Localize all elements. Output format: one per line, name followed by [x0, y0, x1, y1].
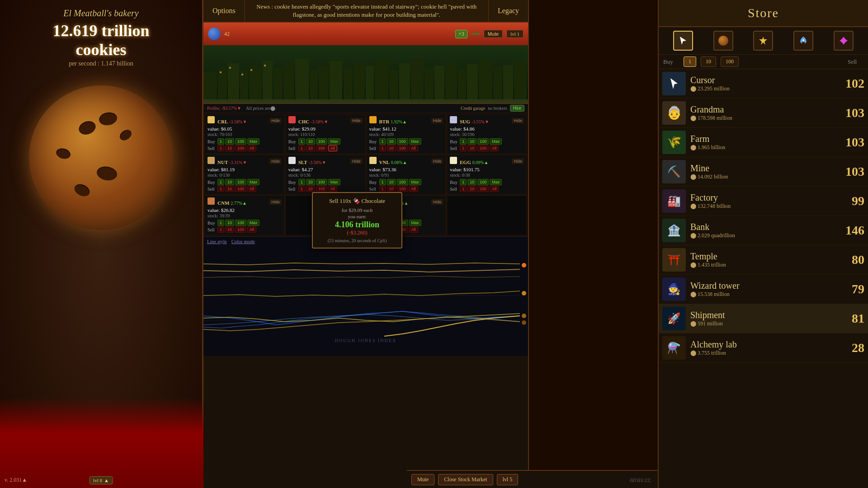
sell-100-chc[interactable]: 100 — [316, 145, 327, 151]
store-list[interactable]: Cursor ⬤ 23.295 million 102 👵 Grandma ⬤ … — [659, 69, 868, 476]
buy-1-crl[interactable]: 1 — [217, 138, 224, 145]
sell-100-slt[interactable]: 100 — [316, 186, 327, 192]
sell-all-egg[interactable]: All — [490, 186, 499, 192]
cookie-clickable[interactable]: .cursor-ring-svg { position:absolute; to… — [20, 76, 183, 239]
stock-hide-vnl[interactable]: Hide — [431, 159, 443, 164]
sell-all-crm[interactable]: All — [409, 226, 418, 233]
sell-100-cnm[interactable]: 100 — [235, 226, 246, 233]
color-mode-button[interactable]: Color mode — [231, 239, 255, 244]
line-style-button[interactable]: Line style — [207, 239, 227, 244]
buy-100-sug[interactable]: 100 — [477, 138, 489, 145]
magic-icon-btn[interactable] — [834, 31, 854, 51]
rocket-icon-btn[interactable] — [793, 31, 813, 51]
store-item-farm[interactable]: 🌾 Farm ⬤ 1.965 billion 103 — [659, 128, 868, 157]
sell-all-crl[interactable]: All — [247, 145, 256, 151]
store-item-grandma[interactable]: 👵 Grandma ⬤ 178.598 million 103 — [659, 99, 868, 128]
buy-100-cnm[interactable]: 100 — [235, 220, 246, 226]
store-item-wizard[interactable]: 🧙 Wizard tower ⬤ 15.538 million 79 — [659, 275, 868, 304]
sell-1-egg[interactable]: 1 — [460, 186, 467, 192]
sell-1-vnl[interactable]: 1 — [379, 186, 386, 192]
level-button-bottom[interactable]: lvl 5 — [497, 474, 519, 485]
stock-hide-chc[interactable]: Hide — [350, 118, 363, 123]
buy-max-crl[interactable]: Max — [247, 138, 259, 145]
buy-max-cnm[interactable]: Max — [247, 220, 259, 226]
buy-1-egg[interactable]: 1 — [460, 179, 467, 185]
store-item-cursor[interactable]: Cursor ⬤ 23.295 million 102 — [659, 69, 868, 99]
sell-1-crl[interactable]: 1 — [217, 145, 224, 151]
hire-button[interactable]: Hire — [510, 105, 524, 112]
buy-1-chc[interactable]: 1 — [298, 138, 305, 145]
star-icon-btn[interactable] — [753, 31, 773, 51]
stock-hide-crl[interactable]: Hide — [269, 118, 282, 123]
cookie-icon-btn[interactable] — [713, 31, 733, 51]
buy-100-btr[interactable]: 100 — [397, 138, 408, 145]
buy-1-slt[interactable]: 1 — [298, 179, 305, 185]
buy-10-vnl[interactable]: 10 — [387, 179, 396, 185]
store-item-shipment[interactable]: 🚀 Shipment ⬤ 591 million 81 — [659, 304, 868, 333]
sell-10-btr[interactable]: 10 — [387, 145, 396, 151]
buy-10-crl[interactable]: 10 — [225, 138, 234, 145]
buy-10-egg[interactable]: 10 — [467, 179, 476, 185]
sell-100-crl[interactable]: 100 — [235, 145, 246, 151]
sell-1-nut[interactable]: 1 — [217, 186, 224, 192]
sell-all-nut[interactable]: All — [247, 186, 256, 192]
buy-10-cnm[interactable]: 10 — [225, 220, 234, 226]
buy-max-slt[interactable]: Max — [328, 179, 340, 185]
legacy-button[interactable]: Legacy — [488, 0, 528, 22]
buy-10-slt[interactable]: 10 — [306, 179, 315, 185]
buy-10-sug[interactable]: 10 — [467, 138, 476, 145]
sell-10-cnm[interactable]: 10 — [225, 226, 234, 233]
sell-10-nut[interactable]: 10 — [225, 186, 234, 192]
sell-1-cnm[interactable]: 1 — [217, 226, 224, 233]
buy-10-chc[interactable]: 10 — [306, 138, 315, 145]
close-market-button[interactable]: Close Stock Market — [438, 474, 493, 485]
buy-10-nut[interactable]: 10 — [225, 179, 234, 185]
buy-max-sug[interactable]: Max — [490, 138, 502, 145]
buy-max-btr[interactable]: Max — [409, 138, 421, 145]
sell-all-cnm[interactable]: All — [247, 226, 256, 233]
sell-10-slt[interactable]: 10 — [306, 186, 315, 192]
sell-100-egg[interactable]: 100 — [477, 186, 489, 192]
sell-10-crl[interactable]: 10 — [225, 145, 234, 151]
sell-100-btr[interactable]: 100 — [397, 145, 408, 151]
sell-all-slt[interactable]: All — [328, 186, 337, 192]
sell-all-chc[interactable]: All — [328, 145, 337, 151]
buy-10-btn[interactable]: 10 — [701, 56, 716, 67]
sell-all-vnl[interactable]: All — [409, 186, 418, 192]
stock-hide-btr[interactable]: Hide — [431, 118, 443, 123]
buy-100-slt[interactable]: 100 — [316, 179, 327, 185]
sell-100-nut[interactable]: 100 — [235, 186, 246, 192]
buy-max-egg[interactable]: Max — [490, 179, 502, 185]
sell-all-sug[interactable]: All — [490, 145, 499, 151]
store-item-mine[interactable]: ⛏️ Mine ⬤ 14.092 billion 103 — [659, 157, 868, 187]
store-item-factory[interactable]: 🏭 Factory ⬤ 132.748 billion 99 — [659, 187, 868, 216]
stock-hide-cnm[interactable]: Hide — [269, 199, 282, 205]
buy-max-chc[interactable]: Max — [328, 138, 340, 145]
buy-100-chc[interactable]: 100 — [316, 138, 327, 145]
buy-1-nut[interactable]: 1 — [217, 179, 224, 185]
store-item-bank[interactable]: 🏦 Bank ⬤ 2.029 quadrillion 146 — [659, 216, 868, 245]
buy-100-btn[interactable]: 100 — [721, 56, 739, 67]
stock-hide-nut[interactable]: Hide — [269, 159, 282, 164]
stock-hide-slt[interactable]: Hide — [350, 159, 363, 164]
sell-10-chc[interactable]: 10 — [306, 145, 315, 151]
buy-1-btn[interactable]: 1 — [684, 56, 696, 67]
buy-100-nut[interactable]: 100 — [235, 179, 246, 185]
mute-button-top[interactable]: Mute — [484, 30, 503, 38]
store-item-alchemy[interactable]: ⚗️ Alchemy lab ⬤ 3.755 trillion 28 — [659, 333, 868, 363]
stock-hide-crm[interactable]: Hide — [431, 199, 443, 205]
buy-1-vnl[interactable]: 1 — [379, 179, 386, 185]
buy-max-vnl[interactable]: Max — [409, 179, 421, 185]
buy-100-crl[interactable]: 100 — [235, 138, 246, 145]
sell-10-egg[interactable]: 10 — [467, 186, 476, 192]
sell-100-vnl[interactable]: 100 — [397, 186, 408, 192]
buy-1-sug[interactable]: 1 — [460, 138, 467, 145]
mute-button-bottom[interactable]: Mute — [411, 474, 434, 485]
buy-1-btr[interactable]: 1 — [379, 138, 386, 145]
buy-1-cnm[interactable]: 1 — [217, 220, 224, 226]
sell-1-btr[interactable]: 1 — [379, 145, 386, 151]
sell-1-sug[interactable]: 1 — [460, 145, 467, 151]
options-button[interactable]: Options — [203, 0, 245, 22]
sell-all-btr[interactable]: All — [409, 145, 418, 151]
sell-10-vnl[interactable]: 10 — [387, 186, 396, 192]
